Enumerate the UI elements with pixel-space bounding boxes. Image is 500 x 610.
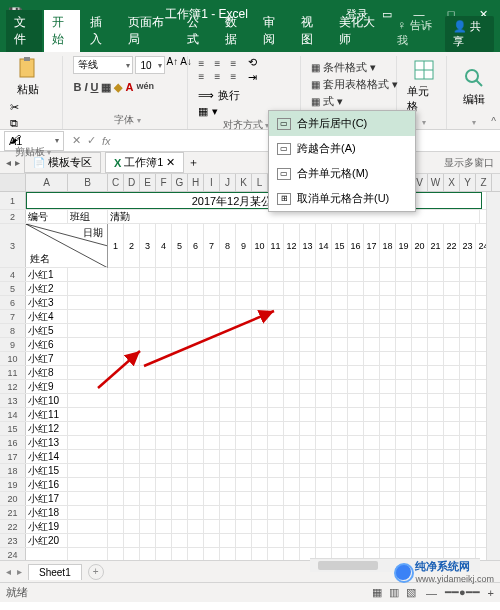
cell[interactable] bbox=[284, 436, 300, 449]
decrease-font-icon[interactable]: A↓ bbox=[180, 56, 192, 74]
cell[interactable] bbox=[108, 366, 124, 379]
cell[interactable] bbox=[332, 408, 348, 421]
col-header-H[interactable]: H bbox=[188, 174, 204, 191]
row-header-19[interactable]: 19 bbox=[0, 478, 26, 491]
cell[interactable] bbox=[140, 492, 156, 505]
cell-name-16[interactable]: 小红13 bbox=[26, 436, 68, 449]
cell[interactable] bbox=[428, 324, 444, 337]
col-header-Y[interactable]: Y bbox=[460, 174, 476, 191]
cell[interactable] bbox=[124, 324, 140, 337]
cell-B-22[interactable] bbox=[68, 520, 108, 533]
cell[interactable] bbox=[140, 366, 156, 379]
new-sheet-button[interactable]: + bbox=[88, 564, 104, 580]
cell[interactable] bbox=[204, 324, 220, 337]
cell[interactable] bbox=[444, 338, 460, 351]
cell[interactable] bbox=[316, 492, 332, 505]
cell[interactable] bbox=[172, 464, 188, 477]
cell[interactable] bbox=[220, 338, 236, 351]
day-col-2[interactable]: 2 bbox=[124, 224, 140, 267]
merge-center-item[interactable]: ▭合并后居中(C) bbox=[269, 111, 415, 136]
cell[interactable] bbox=[172, 422, 188, 435]
cell[interactable] bbox=[140, 548, 156, 560]
cell[interactable] bbox=[316, 436, 332, 449]
col-header-K[interactable]: K bbox=[236, 174, 252, 191]
cell[interactable] bbox=[380, 268, 396, 281]
cell[interactable] bbox=[316, 380, 332, 393]
cell[interactable] bbox=[300, 534, 316, 547]
col-header-B[interactable]: B bbox=[68, 174, 108, 191]
row-header-5[interactable]: 5 bbox=[0, 282, 26, 295]
tab-close-icon[interactable]: ✕ bbox=[166, 156, 175, 169]
col-header-D[interactable]: D bbox=[124, 174, 140, 191]
cell[interactable] bbox=[108, 534, 124, 547]
cell[interactable] bbox=[140, 422, 156, 435]
cell[interactable] bbox=[236, 296, 252, 309]
cell[interactable] bbox=[428, 450, 444, 463]
underline-button[interactable]: U bbox=[91, 81, 99, 94]
cell[interactable] bbox=[220, 380, 236, 393]
cell[interactable] bbox=[428, 380, 444, 393]
cell[interactable] bbox=[316, 464, 332, 477]
cell[interactable] bbox=[236, 450, 252, 463]
cell[interactable] bbox=[396, 338, 412, 351]
cell[interactable] bbox=[348, 422, 364, 435]
vertical-scrollbar[interactable] bbox=[486, 192, 500, 560]
row-header-6[interactable]: 6 bbox=[0, 296, 26, 309]
cell-name-19[interactable]: 小红16 bbox=[26, 478, 68, 491]
tab-view[interactable]: 视图 bbox=[293, 10, 329, 52]
cell[interactable] bbox=[188, 268, 204, 281]
cell[interactable] bbox=[268, 352, 284, 365]
cell[interactable] bbox=[332, 520, 348, 533]
cell[interactable] bbox=[172, 296, 188, 309]
cell-B-16[interactable] bbox=[68, 436, 108, 449]
cell[interactable] bbox=[444, 366, 460, 379]
cell[interactable] bbox=[204, 394, 220, 407]
cells-button[interactable]: 单元格 bbox=[407, 58, 440, 114]
cell[interactable] bbox=[140, 450, 156, 463]
cell[interactable] bbox=[236, 310, 252, 323]
cell[interactable] bbox=[444, 352, 460, 365]
cell-B-4[interactable] bbox=[68, 268, 108, 281]
cell[interactable] bbox=[252, 282, 268, 295]
cell[interactable] bbox=[124, 366, 140, 379]
cell[interactable] bbox=[428, 408, 444, 421]
cell[interactable] bbox=[108, 506, 124, 519]
cell[interactable] bbox=[332, 282, 348, 295]
day-col-13[interactable]: 13 bbox=[300, 224, 316, 267]
cell[interactable] bbox=[204, 422, 220, 435]
cell-B-19[interactable] bbox=[68, 478, 108, 491]
cell[interactable] bbox=[412, 394, 428, 407]
cell[interactable] bbox=[108, 268, 124, 281]
cell[interactable] bbox=[108, 352, 124, 365]
day-col-6[interactable]: 6 bbox=[188, 224, 204, 267]
ribbon-collapse-icon[interactable]: ^ bbox=[491, 116, 496, 127]
cell[interactable] bbox=[204, 310, 220, 323]
cell[interactable] bbox=[300, 380, 316, 393]
cell[interactable] bbox=[412, 478, 428, 491]
cell[interactable] bbox=[332, 534, 348, 547]
cell[interactable] bbox=[332, 296, 348, 309]
cell[interactable] bbox=[188, 520, 204, 533]
cell[interactable] bbox=[364, 338, 380, 351]
cell[interactable] bbox=[316, 352, 332, 365]
col-header-L[interactable]: L bbox=[252, 174, 268, 191]
cell[interactable] bbox=[108, 450, 124, 463]
merge-cells-item[interactable]: ▭合并单元格(M) bbox=[269, 161, 415, 186]
cell[interactable] bbox=[428, 338, 444, 351]
cell[interactable] bbox=[124, 520, 140, 533]
cell[interactable] bbox=[364, 352, 380, 365]
cell[interactable] bbox=[156, 268, 172, 281]
sheet-nav-next[interactable]: ▸ bbox=[17, 566, 22, 577]
cell[interactable] bbox=[284, 408, 300, 421]
day-col-20[interactable]: 20 bbox=[412, 224, 428, 267]
day-col-18[interactable]: 18 bbox=[380, 224, 396, 267]
cell[interactable] bbox=[172, 394, 188, 407]
cell[interactable] bbox=[220, 408, 236, 421]
cell[interactable] bbox=[124, 296, 140, 309]
cell[interactable] bbox=[364, 310, 380, 323]
orientation-icon[interactable]: ⟲ bbox=[248, 56, 257, 69]
cell-B-11[interactable] bbox=[68, 366, 108, 379]
cell[interactable] bbox=[108, 478, 124, 491]
cell[interactable] bbox=[444, 422, 460, 435]
cell[interactable] bbox=[204, 464, 220, 477]
